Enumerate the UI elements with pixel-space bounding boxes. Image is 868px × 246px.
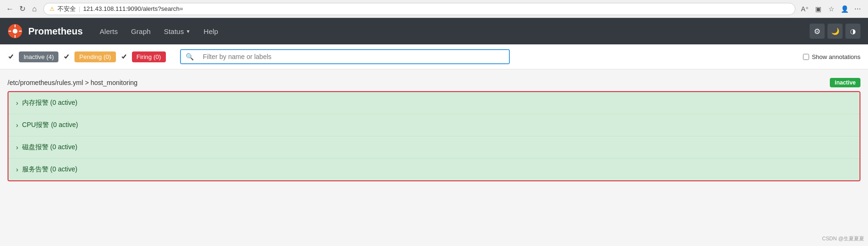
search-input[interactable]	[198, 50, 509, 63]
svg-rect-5	[19, 31, 22, 32]
star-icon[interactable]: ☆	[827, 4, 836, 14]
help-link[interactable]: Help	[198, 24, 224, 39]
alert-rule-name-2: 磁盘报警 (0 active)	[22, 143, 77, 152]
alert-rule-item[interactable]: › 服务告警 (0 active)	[8, 159, 860, 180]
reader-icon[interactable]: ▣	[813, 4, 823, 14]
chevron-icon-3: ›	[16, 166, 18, 173]
settings-button[interactable]: ⚙	[810, 24, 825, 39]
nav-bar: Prometheus Alerts Graph Status ▼ Help ⚙ …	[0, 18, 868, 44]
show-annotations-container[interactable]: Show annotations	[803, 53, 860, 60]
graph-link[interactable]: Graph	[125, 24, 156, 39]
browser-chrome: ← ↻ ⌂ ⚠ 不安全 | 121.43.108.111:9090/alerts…	[0, 0, 868, 18]
alert-rule-name-1: CPU报警 (0 active)	[22, 121, 78, 129]
alert-rule-item[interactable]: › CPU报警 (0 active)	[8, 114, 860, 136]
inactive-checkbox[interactable]	[8, 53, 14, 60]
chevron-icon-2: ›	[16, 144, 18, 151]
show-annotations-checkbox[interactable]	[803, 54, 809, 60]
prometheus-logo	[8, 24, 23, 39]
rule-group-header: /etc/prometheus/rules.yml > host_monitor…	[8, 75, 860, 91]
alert-rule-item[interactable]: › 磁盘报警 (0 active)	[8, 136, 860, 159]
status-link[interactable]: Status ▼	[158, 24, 196, 39]
firing-filter-badge[interactable]: Firing (0)	[132, 51, 166, 62]
firing-checkbox[interactable]	[121, 53, 127, 60]
refresh-button[interactable]: ↻	[18, 5, 26, 13]
home-button[interactable]: ⌂	[30, 5, 39, 13]
address-bar[interactable]: ⚠ 不安全 | 121.43.108.111:9090/alerts?searc…	[43, 3, 795, 15]
address-separator: |	[79, 5, 80, 12]
inactive-filter-badge[interactable]: Inactive (4)	[19, 51, 58, 62]
alert-rules-container: › 内存报警 (0 active) › CPU报警 (0 active) › 磁…	[8, 91, 860, 181]
svg-point-1	[13, 29, 17, 34]
browser-nav-buttons: ← ↻ ⌂	[6, 5, 39, 13]
svg-rect-2	[15, 25, 16, 27]
search-icon: 🔍	[181, 50, 198, 63]
alerts-toolbar: Inactive (4) Pending (0) Firing (0) 🔍 Sh…	[0, 44, 868, 69]
svg-rect-4	[8, 31, 11, 32]
firing-badge-label: Firing (0)	[137, 53, 161, 60]
security-warning-icon: ⚠	[49, 6, 55, 12]
rule-group-path: /etc/prometheus/rules.yml > host_monitor…	[8, 79, 138, 86]
search-container: 🔍	[180, 49, 510, 64]
contrast-button[interactable]: ◑	[845, 24, 860, 39]
chevron-icon-0: ›	[16, 99, 18, 107]
alerts-link[interactable]: Alerts	[94, 24, 123, 39]
watermark: CSDN @生夏夏夏	[822, 235, 864, 242]
pending-badge-label: Pending (0)	[79, 53, 111, 60]
show-annotations-label: Show annotations	[812, 53, 860, 60]
content-area: /etc/prometheus/rules.yml > host_monitor…	[0, 69, 868, 246]
app-title: Prometheus	[28, 26, 83, 37]
theme-moon-button[interactable]: 🌙	[827, 24, 843, 39]
group-status-badge: inactive	[830, 78, 860, 87]
alert-rule-name-3: 服务告警 (0 active)	[22, 165, 77, 174]
status-dropdown-icon: ▼	[186, 29, 190, 34]
extension-icon[interactable]: 👤	[840, 4, 849, 14]
alert-rule-item[interactable]: › 内存报警 (0 active)	[8, 92, 860, 114]
svg-rect-3	[15, 35, 16, 38]
browser-icons: A⁺ ▣ ☆ 👤 ⋯	[800, 4, 862, 14]
nav-right-icons: ⚙ 🌙 ◑	[810, 24, 860, 39]
chevron-icon-1: ›	[16, 121, 18, 129]
pending-checkbox[interactable]	[63, 53, 70, 60]
translate-icon[interactable]: A⁺	[800, 4, 810, 14]
inactive-badge-label: Inactive (4)	[24, 53, 54, 60]
address-url: 121.43.108.111:9090/alerts?search=	[83, 5, 789, 12]
address-warning-text: 不安全	[57, 5, 76, 13]
alert-rule-name-0: 内存报警 (0 active)	[22, 99, 77, 107]
more-icon[interactable]: ⋯	[853, 4, 862, 14]
pending-filter-badge[interactable]: Pending (0)	[74, 51, 115, 62]
back-button[interactable]: ←	[6, 5, 14, 13]
